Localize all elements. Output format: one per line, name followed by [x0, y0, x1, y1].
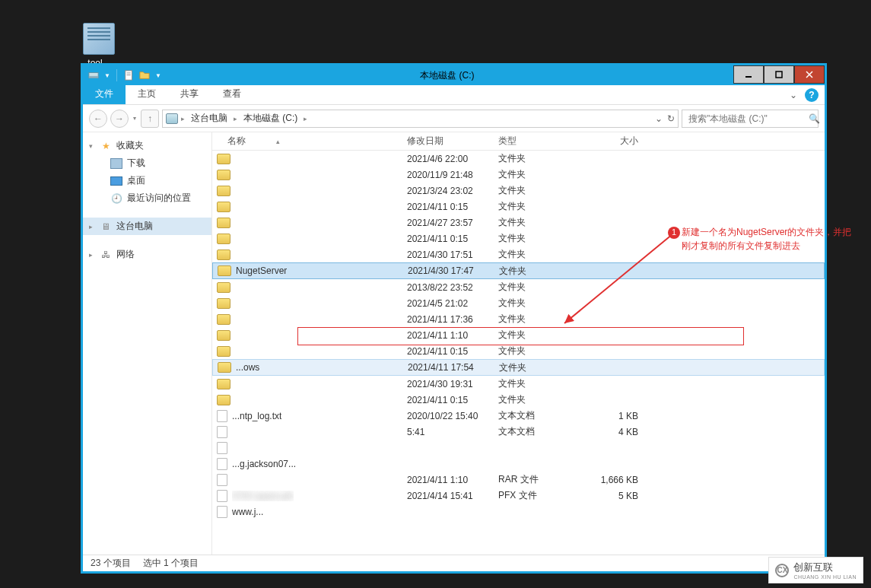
file-row[interactable] [212, 440, 825, 456]
ribbon-tab-home[interactable]: 主页 [126, 84, 168, 104]
file-row[interactable]: 2021/4/11 1:10RAR 文件1,666 KB [212, 472, 825, 488]
minimize-button[interactable] [733, 65, 764, 84]
file-row[interactable]: 2021/4/11 0:15文件夹 [212, 392, 825, 408]
sidebar-recent[interactable]: 🕘 最近访问的位置 [83, 189, 211, 207]
column-date[interactable]: 修改日期 [407, 135, 498, 148]
file-row[interactable]: ...g.jackson07... [212, 456, 825, 472]
file-row[interactable]: 2020/11/9 21:48文件夹 [212, 167, 825, 183]
ribbon-tab-file[interactable]: 文件 [83, 84, 126, 104]
search-icon[interactable]: 🔍 [809, 113, 820, 124]
refresh-button[interactable]: ↻ [667, 113, 675, 124]
star-icon: ★ [100, 140, 112, 152]
titlebar-dropdown-icon[interactable]: ▼ [104, 72, 110, 79]
file-type: 文件夹 [498, 393, 590, 406]
file-icon [217, 458, 227, 470]
maximize-button[interactable] [764, 65, 794, 84]
nav-history-dropdown[interactable]: ▾ [133, 115, 136, 122]
nav-up-button[interactable]: ↑ [141, 110, 159, 128]
column-type[interactable]: 类型 [498, 135, 590, 148]
file-date: 2021/3/24 23:02 [407, 186, 498, 196]
help-button[interactable]: ? [805, 88, 819, 102]
nav-forward-button[interactable]: → [110, 110, 129, 128]
file-icon [217, 426, 227, 438]
sidebar-thispc[interactable]: ▸ 🖥 这台电脑 [83, 218, 211, 235]
file-row[interactable]: 2021/3/24 23:02文件夹 [212, 183, 825, 199]
folder-icon [217, 234, 230, 244]
sidebar-favorites[interactable]: ▾ ★ 收藏夹 [83, 137, 211, 154]
watermark-brand: 创新互联 [793, 561, 857, 574]
search-input[interactable] [687, 113, 804, 125]
file-type: 文件夹 [498, 232, 590, 245]
ribbon-tab-share[interactable]: 共享 [168, 84, 211, 104]
file-row[interactable]: 0720 space.pfx2021/4/14 15:41PFX 文件5 KB [212, 488, 825, 504]
svg-rect-1 [89, 76, 98, 78]
nav-back-button[interactable]: ← [89, 110, 107, 128]
file-row[interactable]: 2021/4/11 1:10文件夹 [212, 327, 825, 343]
search-box[interactable]: 🔍 [682, 110, 819, 128]
file-row[interactable]: 5:41文本文档4 KB [212, 424, 825, 440]
folder-icon [217, 170, 230, 180]
file-row[interactable]: www.j... [212, 504, 825, 520]
file-row[interactable]: 2021/4/11 0:15文件夹 [212, 230, 825, 246]
file-row[interactable]: NugetServer2021/4/30 17:47文件夹 [212, 262, 825, 279]
breadcrumb-drive[interactable]: 本地磁盘 (C:) [240, 110, 300, 126]
folder-icon [217, 379, 230, 389]
file-size: 1,666 KB [590, 475, 650, 485]
file-type: 文件夹 [498, 297, 590, 310]
status-item-count: 23 个项目 [91, 557, 131, 570]
file-row[interactable]: 2021/4/5 21:02文件夹 [212, 295, 825, 311]
file-date: 2020/10/22 15:40 [407, 411, 498, 421]
sidebar-favorites-label: 收藏夹 [116, 139, 144, 152]
file-row[interactable]: 2021/4/27 23:57文件夹 [212, 215, 825, 230]
sidebar-downloads[interactable]: 下载 [83, 154, 211, 172]
sidebar-network[interactable]: ▸ 🖧 网络 [83, 246, 211, 263]
folder-icon [217, 330, 230, 341]
address-bar[interactable]: ▸ 这台电脑 ▸ 本地磁盘 (C:) ▸ ⌄ ↻ [162, 110, 679, 128]
file-list[interactable]: 2021/4/6 22:00文件夹 2020/11/9 21:48文件夹 202… [212, 151, 825, 555]
file-date: 2021/4/11 1:10 [407, 475, 498, 485]
status-bar: 23 个项目 选中 1 个项目 [83, 555, 825, 571]
ribbon-tab-view[interactable]: 查看 [211, 84, 253, 104]
breadcrumb-separator[interactable]: ▸ [304, 115, 307, 122]
notepad-icon [83, 23, 115, 55]
window-titlebar[interactable]: ▼ ▼ 本地磁盘 (C:) [83, 65, 825, 85]
file-date: 2021/4/27 23:57 [407, 218, 498, 228]
properties-icon[interactable] [123, 69, 135, 81]
folder-icon [217, 298, 230, 309]
breadcrumb-pc[interactable]: 这台电脑 [188, 110, 230, 126]
file-row[interactable]: 2021/4/30 19:31文件夹 [212, 376, 825, 392]
navigation-sidebar: ▾ ★ 收藏夹 下载 桌面 🕘 最近访问的位置 [83, 132, 212, 555]
file-row[interactable]: ...ntp_log.txt2020/10/22 15:40文本文档1 KB [212, 408, 825, 424]
file-row[interactable]: 2021/4/30 17:51文件夹 [212, 246, 825, 262]
breadcrumb-separator[interactable]: ▸ [234, 115, 237, 122]
ribbon-expand-icon[interactable]: ⌄ [790, 90, 797, 100]
address-dropdown-icon[interactable]: ⌄ [655, 113, 663, 124]
file-row[interactable]: ...ows2021/4/11 17:54文件夹 [212, 359, 825, 376]
file-icon [217, 442, 227, 454]
file-date: 2020/11/9 21:48 [407, 170, 498, 180]
breadcrumb-separator[interactable]: ▸ [181, 115, 185, 122]
folder-icon [217, 282, 230, 293]
column-size[interactable]: 大小 [590, 135, 650, 148]
folder-icon [217, 202, 230, 212]
file-size: 5 KB [590, 491, 650, 501]
folder-icon [217, 250, 230, 260]
file-row[interactable]: 2021/4/11 0:15文件夹 [212, 199, 825, 215]
watermark-sub: CHUANG XIN HU LIAN [793, 574, 857, 580]
folder-icon [217, 314, 230, 325]
file-row[interactable]: 2021/4/6 22:00文件夹 [212, 151, 825, 167]
sidebar-thispc-label: 这台电脑 [116, 220, 153, 233]
file-row[interactable]: 2013/8/22 23:52文件夹 [212, 279, 825, 295]
qat-dropdown-icon[interactable]: ▼ [155, 72, 161, 79]
drive-icon [87, 69, 100, 81]
file-row[interactable]: 2021/4/11 17:36文件夹 [212, 311, 825, 327]
folder-icon [217, 395, 230, 405]
sidebar-desktop[interactable]: 桌面 [83, 172, 211, 189]
new-folder-icon[interactable] [138, 69, 151, 81]
file-row[interactable]: 2021/4/11 0:15文件夹 [212, 343, 825, 359]
sidebar-network-label: 网络 [116, 248, 135, 261]
close-button[interactable] [794, 65, 825, 84]
file-icon [217, 410, 227, 422]
desktop-notepad-icon[interactable]: tool... [76, 23, 122, 68]
column-name[interactable]: 名称▴ [212, 135, 407, 148]
